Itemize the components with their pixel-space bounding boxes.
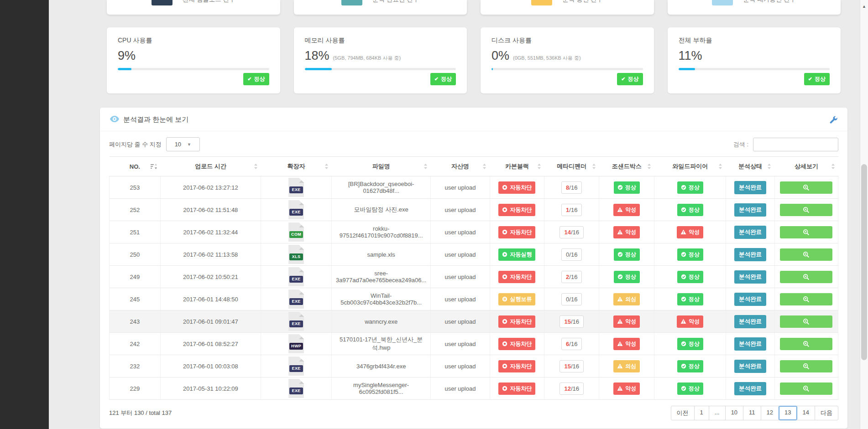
check-icon: ✔ <box>434 76 439 82</box>
cell-filename: wanncry.exe <box>332 310 431 333</box>
cell-wildfire: 악성 <box>654 310 726 333</box>
file-type-icon: EXE <box>288 312 304 331</box>
summary-card-color-chip <box>712 0 733 5</box>
left-sidebar <box>0 0 49 429</box>
table-row[interactable]: 251 2017-06-02 11:32:44 COM rokku-97512f… <box>110 221 838 243</box>
file-type-icon: COM <box>288 222 304 242</box>
column-header-5[interactable]: 카본블랙 <box>490 157 544 176</box>
table-row[interactable]: 245 2017-06-01 14:48:50 EXE WinTail-5cb0… <box>110 288 838 310</box>
cell-metadefender: 0/16 <box>544 288 599 310</box>
check-circle-icon <box>617 274 623 279</box>
summary-card-color-chip <box>152 0 173 5</box>
page-size-select[interactable]: 10 ▼ <box>166 137 200 151</box>
detail-view-button[interactable] <box>780 248 832 261</box>
scrollbar-thumb[interactable] <box>861 164 867 360</box>
settings-wrench-icon[interactable] <box>830 116 837 124</box>
scrollbar-up-arrow[interactable]: ▲ <box>860 0 868 9</box>
folded-corner <box>299 312 304 317</box>
cell-metadefender: 0/16 <box>544 243 599 266</box>
table-row[interactable]: 252 2017-06-02 11:51:48 EXE 모바일탐정 사진.exe… <box>110 199 838 221</box>
chevron-down-icon: ▼ <box>187 142 191 147</box>
cell-asset: user upload <box>431 176 490 199</box>
detail-view-button[interactable] <box>780 315 832 328</box>
joesandbox-badge: 정상 <box>614 181 640 194</box>
cell-asset: user upload <box>431 333 490 355</box>
folded-corner <box>299 222 304 227</box>
cell-joesandbox: 악성 <box>599 199 654 221</box>
cpu-usage-card: CPU 사용률 9% ✔정상 <box>107 27 280 93</box>
analysis-status-badge: 분석완료 <box>734 226 766 239</box>
cell-detail <box>774 355 838 377</box>
ban-icon <box>502 229 507 235</box>
carbonblack-badge: 자동차단 <box>498 315 535 328</box>
sort-icon <box>254 164 258 169</box>
table-row[interactable]: 249 2017-06-02 10:50:21 EXE sree-3a977ad… <box>110 266 838 288</box>
column-header-2[interactable]: 확장자 <box>261 157 332 176</box>
joesandbox-badge: 의심 <box>613 293 640 305</box>
table-row[interactable]: 242 2017-06-01 08:52:27 HWP 5170101-17년_… <box>110 333 838 355</box>
warning-triangle-icon <box>617 296 623 302</box>
column-header-6[interactable]: 메타디펜더 <box>544 157 599 176</box>
prev-page-button[interactable]: 이전 <box>671 406 695 420</box>
page-button-12[interactable]: 12 <box>761 406 779 420</box>
column-header-9[interactable]: 분석상태 <box>726 157 774 176</box>
sort-icon <box>482 164 486 169</box>
next-page-button[interactable]: 다음 <box>815 406 838 420</box>
detail-view-button[interactable] <box>780 293 832 305</box>
table-row[interactable]: 253 2017-06-02 13:27:12 EXE [BR]Backdoor… <box>110 176 838 199</box>
detail-view-button[interactable] <box>780 204 832 216</box>
cell-wildfire: 정상 <box>654 333 726 355</box>
detail-view-button[interactable] <box>780 360 832 372</box>
carbonblack-badge: 자동차단 <box>498 338 535 350</box>
page-button-14[interactable]: 14 <box>797 406 815 420</box>
cell-extension: HWP <box>261 333 332 355</box>
carbonblack-badge: 실행보류 <box>498 293 535 305</box>
cell-no: 252 <box>110 199 161 221</box>
carbonblack-badge: 자동차단 <box>498 382 535 395</box>
cell-joesandbox: 악성 <box>599 310 654 333</box>
cell-no: 243 <box>110 310 161 333</box>
pagination: 이전1...1011121314다음 <box>671 406 838 420</box>
page-button-11[interactable]: 11 <box>743 406 761 420</box>
table-row[interactable]: 243 2017-06-01 09:01:47 EXE wanncry.exe … <box>110 310 838 333</box>
page-button-13[interactable]: 13 <box>779 406 797 420</box>
usage-progress-bar <box>492 68 643 70</box>
cell-analysis-status: 분석완료 <box>726 288 774 310</box>
analysis-status-badge: 분석완료 <box>734 248 766 261</box>
detail-view-button[interactable] <box>780 181 832 194</box>
detail-view-button[interactable] <box>780 271 832 283</box>
joesandbox-badge: 악성 <box>613 226 640 238</box>
analysis-status-badge: 분석완료 <box>734 293 766 306</box>
sort-icon <box>324 164 329 169</box>
cell-extension: EXE <box>261 199 332 221</box>
table-row[interactable]: 250 2017-06-02 11:13:58 XLS sample.xls u… <box>110 243 838 266</box>
table-footer: 121 부터 130 / total 137 이전1...1011121314다… <box>100 400 847 425</box>
column-header-8[interactable]: 와일드파이어 <box>654 157 726 176</box>
vertical-scrollbar[interactable]: ▲ <box>860 0 868 429</box>
column-header-0[interactable]: NO. <box>110 157 161 176</box>
column-header-7[interactable]: 조샌드박스 <box>599 157 654 176</box>
column-header-10[interactable]: 상세보기 <box>774 157 838 176</box>
page-button-10[interactable]: 10 <box>725 406 743 420</box>
check-icon: ✔ <box>621 76 625 82</box>
table-row[interactable]: 232 2017-06-01 00:03:08 EXE 3476grb4f434… <box>110 355 838 377</box>
detail-view-button[interactable] <box>780 382 832 395</box>
cell-upload-time: 2017-06-01 08:52:27 <box>160 333 261 355</box>
column-header-3[interactable]: 파일명 <box>332 157 431 176</box>
page-button-1[interactable]: 1 <box>694 406 709 420</box>
check-icon: ✔ <box>247 76 251 82</box>
column-header-4[interactable]: 자산명 <box>431 157 490 176</box>
cell-metadefender: 12/16 <box>544 377 599 400</box>
magnifier-icon <box>803 363 810 370</box>
table-row[interactable]: 229 2017-05-31 10:22:09 EXE mySingleMess… <box>110 377 838 400</box>
check-circle-icon <box>681 363 686 369</box>
column-header-1[interactable]: 업로드 시간 <box>160 157 261 176</box>
detail-view-button[interactable] <box>780 226 832 238</box>
magnifier-icon <box>803 184 810 191</box>
warning-triangle-icon <box>617 319 623 324</box>
detail-view-button[interactable] <box>780 338 832 350</box>
folded-corner <box>299 357 304 362</box>
joesandbox-badge: 악성 <box>613 338 640 350</box>
cell-extension: EXE <box>261 266 332 288</box>
search-input[interactable] <box>753 138 838 151</box>
